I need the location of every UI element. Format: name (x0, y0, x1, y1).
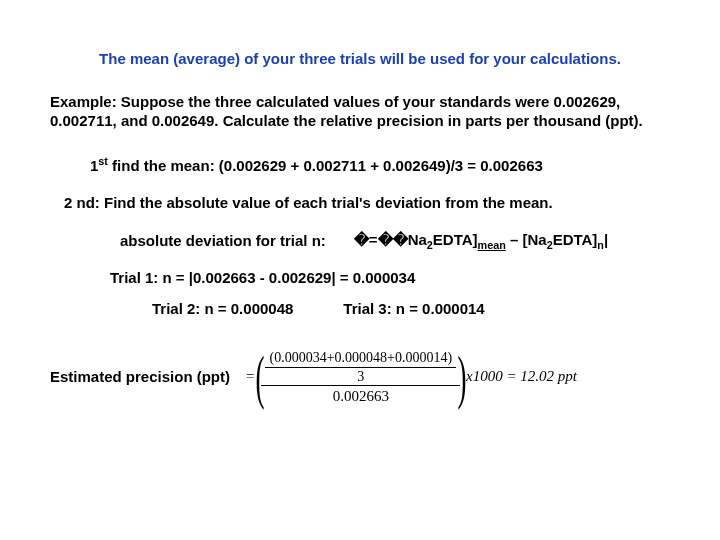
abs-dev-formula: �=��Na2EDTA]mean – [Na2EDTA]n| (354, 231, 608, 251)
formula-minus: – [Na (506, 231, 547, 248)
precision-row: Estimated precision (ppt) = ( (0.000034+… (50, 347, 670, 407)
abs-dev-label: absolute deviation for trial n: (120, 232, 326, 249)
inner-numerator: (0.000034+0.000048+0.000014) (265, 350, 456, 365)
formula-edta1: EDTA] (433, 231, 478, 248)
step-1: 1st find the mean: (0.002629 + 0.002711 … (90, 155, 670, 174)
outer-numerator: (0.000034+0.000048+0.000014) 3 (261, 348, 460, 384)
step1-rest: find the mean: (0.002629 + 0.002711 + 0.… (108, 157, 543, 174)
formula-lead: �=�� (354, 231, 408, 248)
formula-na: Na (408, 231, 427, 248)
inner-fraction: (0.000034+0.000048+0.000014) 3 (265, 350, 456, 384)
trial-2: Trial 2: n = 0.000048 (152, 300, 293, 317)
outer-bar (261, 385, 460, 386)
example-text: Example: Suppose the three calculated va… (50, 93, 670, 131)
step-2: 2 nd: Find the absolute value of each tr… (64, 194, 670, 211)
inner-bar (265, 367, 456, 368)
left-paren: ( (255, 347, 264, 407)
title: The mean (average) of your three trials … (50, 50, 670, 67)
precision-label: Estimated precision (ppt) (50, 368, 230, 385)
abs-dev-row: absolute deviation for trial n: �=��Na2E… (50, 231, 670, 251)
outer-fraction: (0.000034+0.000048+0.000014) 3 0.002663 (261, 348, 460, 405)
trials-2-3: Trial 2: n = 0.000048 Trial 3: n = 0.000… (50, 300, 670, 317)
outer-denominator: 0.002663 (329, 387, 393, 405)
slide: The mean (average) of your three trials … (0, 0, 720, 407)
right-paren: ) (458, 347, 467, 407)
formula-endbar: | (604, 231, 608, 248)
step1-sup: st (98, 155, 108, 167)
equals-sign: = (246, 368, 254, 385)
formula-tail: x1000 = 12.02 ppt (466, 368, 577, 385)
trial-1: Trial 1: n = |0.002663 - 0.002629| = 0.0… (110, 269, 670, 286)
trial-3: Trial 3: n = 0.000014 (343, 300, 484, 317)
formula-edta2: EDTA] (553, 231, 598, 248)
precision-formula: = ( (0.000034+0.000048+0.000014) 3 0.002… (240, 347, 577, 407)
inner-denominator: 3 (353, 369, 368, 384)
formula-mean: mean (478, 239, 506, 251)
formula-n: n (597, 239, 604, 251)
